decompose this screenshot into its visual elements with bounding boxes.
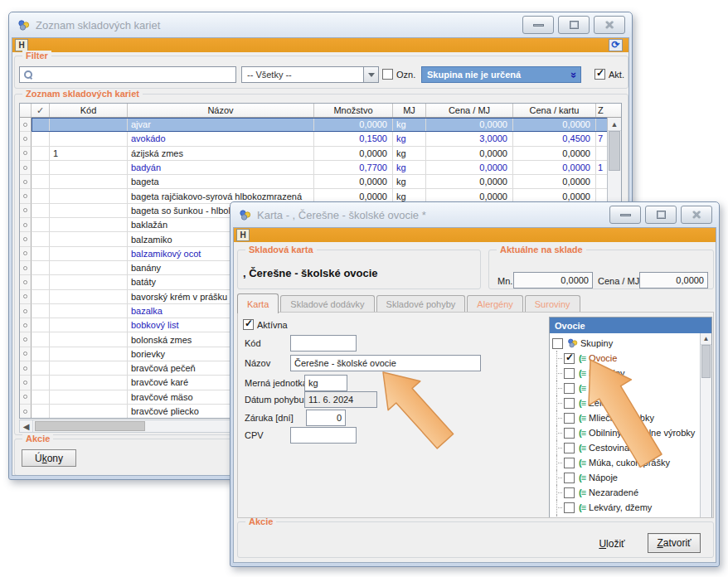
table-row[interactable]: avokádo 0,1500 kg 3,0000 0,4500 7 — [20, 132, 621, 146]
tab-karta[interactable]: Karta — [237, 293, 279, 313]
group-item[interactable]: (≡ Ovocie — [552, 351, 699, 366]
group-item[interactable]: (≡ Obilniny, cereálne výrobky — [552, 425, 699, 440]
header-marker — [20, 104, 32, 117]
ozn-checkbox[interactable] — [382, 69, 393, 80]
table-row[interactable]: badyán 0,7700 kg 0,0000 0,0000 1 — [20, 161, 621, 175]
group-item-checkbox[interactable] — [564, 473, 575, 483]
hscrollbar-thumb[interactable] — [35, 421, 145, 431]
row-marker — [20, 247, 32, 261]
header-nazov[interactable]: Názov — [128, 104, 314, 117]
group-root-row[interactable]: Skupiny — [552, 336, 699, 351]
tree-scrollbar-thumb[interactable] — [701, 345, 711, 378]
group-item[interactable]: (≡ Cestovina — [552, 440, 699, 455]
cpv-field[interactable] — [290, 427, 357, 444]
tree-connector — [552, 500, 564, 515]
ulozit-button[interactable]: Uložiť — [590, 536, 634, 552]
tab-skladove-dodavky[interactable]: Skladové dodávky — [280, 295, 374, 313]
dropdown-button[interactable] — [363, 67, 378, 82]
group-item-checkbox[interactable] — [564, 413, 575, 424]
tab-alergeny[interactable]: Alergény — [467, 295, 522, 313]
group-item-checkbox[interactable] — [564, 398, 575, 409]
datum-pohybu-field[interactable]: 11. 6. 2024 — [304, 391, 377, 408]
group-item-checkbox[interactable] — [564, 517, 575, 518]
tree-scrollbar[interactable]: ▲ — [700, 333, 711, 517]
group-item-checkbox[interactable] — [564, 502, 575, 513]
group-item[interactable]: (≡ Nezaradené — [552, 485, 699, 500]
scroll-left-icon[interactable]: ◀ — [20, 420, 33, 432]
akt-checkbox-row[interactable]: Akt. — [595, 69, 624, 80]
kod-field[interactable] — [290, 335, 357, 352]
group-item[interactable]: (≡ Koreniny — [552, 366, 699, 381]
cell-check — [32, 347, 50, 361]
aktivna-checkbox-row[interactable]: Aktívna — [243, 319, 288, 330]
group-item-label: Múka, cukor, prášky — [589, 458, 670, 468]
type-filter-dropdown[interactable]: -- Všetky -- — [241, 66, 379, 83]
scroll-up-icon[interactable]: ▲ — [701, 333, 711, 345]
group-item-checkbox[interactable] — [564, 353, 575, 364]
actions-group-w2: Akcie Uložiť Zatvoriť — [237, 521, 714, 558]
tab-skladove-pohyby[interactable]: Skladové pohyby — [376, 295, 466, 313]
group-item[interactable]: (≡ — [552, 515, 699, 517]
group-item-checkbox[interactable] — [564, 443, 575, 453]
record-dot-icon — [23, 323, 27, 327]
maximize-button[interactable] — [558, 16, 590, 34]
table-row[interactable]: ajvar 0,0000 kg 0,0000 0,0000 — [20, 118, 621, 132]
tab-suroviny[interactable]: Suroviny — [525, 295, 580, 313]
group-root-checkbox[interactable] — [552, 338, 563, 349]
ukony-button[interactable]: Úkony — [22, 449, 76, 467]
cell-mj: kg — [393, 175, 426, 189]
header-cena-kartu[interactable]: Cena / kartu — [513, 104, 596, 117]
minimize-button[interactable] — [609, 206, 641, 224]
minimize-button[interactable] — [522, 16, 554, 34]
group-item-checkbox[interactable] — [564, 368, 575, 379]
search-input[interactable] — [19, 66, 236, 83]
group-item[interactable]: (≡ Zelenina — [552, 395, 699, 410]
header-mj[interactable]: MJ — [393, 104, 426, 117]
zatvorit-button[interactable]: Zatvoriť — [648, 533, 701, 553]
record-dot-icon — [23, 251, 27, 255]
group-list-icon: (≡ — [579, 368, 585, 378]
group-item-checkbox[interactable] — [564, 458, 575, 468]
chevron-double-down-icon[interactable]: » — [569, 71, 580, 77]
mn-value-field: 0,0000 — [513, 272, 593, 288]
refresh-icon: ⟳ — [611, 39, 619, 51]
header-mnozstvo[interactable]: Množstvo — [314, 104, 393, 117]
record-dot-icon — [23, 352, 27, 356]
zaruka-field[interactable]: 0 — [306, 410, 346, 426]
maximize-button[interactable] — [645, 206, 677, 224]
group-item[interactable]: (≡ Mliečne výrobky — [552, 410, 699, 425]
group-item[interactable]: (≡ Nápoje — [552, 470, 699, 485]
row-marker — [20, 318, 32, 332]
merna-jednotka-field[interactable]: kg — [304, 375, 347, 391]
kod-label: Kód — [245, 338, 261, 348]
table-row[interactable]: bageta 0,0000 kg 0,0000 0,0000 — [20, 175, 621, 189]
group-filter-field[interactable]: Skupina nie je určená » — [421, 66, 581, 83]
group-item-checkbox[interactable] — [564, 383, 575, 394]
header-cena-mj[interactable]: Cena / MJ — [426, 104, 513, 117]
close-button[interactable]: ✕ — [681, 206, 712, 224]
group-item[interactable]: (≡ Lekváry, džemy — [552, 500, 699, 515]
group-list-icon: (≡ — [579, 502, 585, 512]
ozn-checkbox-row[interactable]: Ozn. — [382, 69, 415, 80]
chevron-down-icon — [368, 73, 375, 77]
h-button[interactable]: H — [236, 229, 250, 241]
header-check[interactable]: ✓ — [32, 104, 50, 117]
header-z[interactable]: Z — [596, 104, 609, 117]
table-row[interactable]: 1 ázijská zmes 0,0000 kg 0,0000 0,0000 — [20, 147, 621, 161]
nazov-field[interactable]: Čerešne - školské ovocie — [290, 355, 481, 371]
header-kod[interactable]: Kód — [50, 104, 128, 117]
titlebar-stock-list[interactable]: Zoznam skladových kariet ✕ — [9, 12, 632, 37]
akt-checkbox[interactable] — [595, 69, 605, 80]
aktivna-checkbox[interactable] — [243, 319, 254, 330]
scroll-up-icon[interactable]: ▲ — [608, 118, 621, 131]
group-item-checkbox[interactable] — [564, 428, 575, 439]
scrollbar-thumb[interactable] — [609, 131, 620, 171]
refresh-button[interactable]: ⟳ — [609, 39, 623, 51]
close-button[interactable]: ✕ — [594, 16, 625, 34]
group-item[interactable]: (≡ Mäso — [552, 381, 699, 395]
group-item-checkbox[interactable] — [564, 487, 575, 498]
group-item[interactable]: (≡ Múka, cukor, prášky — [552, 455, 699, 470]
h-button[interactable]: H — [15, 39, 28, 51]
cell-check — [32, 147, 50, 161]
titlebar-card[interactable]: Karta - , Čerešne - školské ovocie * ✕ — [231, 202, 719, 227]
